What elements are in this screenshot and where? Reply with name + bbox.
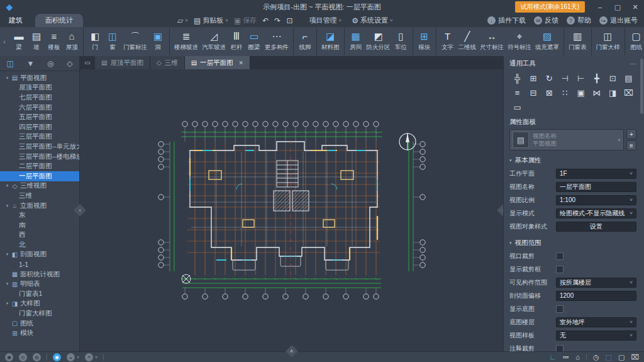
tab-area-statistics[interactable]: 面积统计 xyxy=(35,14,83,27)
tree-item-north[interactable]: 北 xyxy=(0,240,79,250)
caret-down-icon[interactable]: ▾ xyxy=(4,281,11,286)
coordinate-system-icon[interactable]: ∟ xyxy=(549,353,556,361)
tree-item-floor4-plan[interactable]: 四层平面图 xyxy=(0,122,79,132)
grid-snap-toggle-icon[interactable]: ◎ xyxy=(19,353,27,361)
beam-button[interactable]: ▬梁 xyxy=(10,29,28,52)
system-settings-menu[interactable]: ⚙ 系统设置 ˅ xyxy=(352,16,392,25)
material-map-button[interactable]: ◪材料图 xyxy=(319,29,341,52)
feedback-button[interactable]: ✉ 反馈 xyxy=(534,16,558,25)
tab-list-icon[interactable]: ▭ xyxy=(80,56,95,69)
tree-item-east[interactable]: 东 xyxy=(0,210,79,220)
view-name-input[interactable]: 一层平面图 xyxy=(556,182,636,192)
stair-ramp-button[interactable]: ≣楼梯坡道 xyxy=(172,29,200,52)
split-tool-icon[interactable]: ⊠ xyxy=(541,86,557,99)
level-list-icon[interactable]: ≔ xyxy=(562,353,569,361)
measure-tool-icon[interactable]: ▭ xyxy=(509,101,525,113)
railing-button[interactable]: Ⅲ栏杆 xyxy=(228,29,245,52)
tree-item-sheets[interactable]: ▢图纸 xyxy=(0,319,79,329)
tree-item-floor3-plan[interactable]: 三层平面图 xyxy=(0,132,79,142)
more-icon[interactable]: ⋯ xyxy=(630,60,636,68)
wall-button[interactable]: ▤墙 xyxy=(28,29,45,52)
trim-tool-icon[interactable]: ⊣ xyxy=(557,72,573,84)
type-selector-dropdown[interactable]: ▤ 视图名称 平面视图 ˅ xyxy=(509,129,624,150)
copy-to-floor-tool-icon[interactable]: ⊡ xyxy=(605,72,621,84)
tree-node-details[interactable]: ▾◨大样图 xyxy=(0,299,79,309)
caret-down-icon[interactable]: ▾ xyxy=(4,252,11,257)
tree-item-floor3-unit-enlarged[interactable]: 三层平面图--单元放大… xyxy=(0,142,79,152)
work-plane-select[interactable]: 1F˅ xyxy=(556,169,636,179)
visible-range-select[interactable]: 按所属楼层˅ xyxy=(556,278,636,288)
add-type-button[interactable]: + xyxy=(626,129,636,139)
room-button[interactable]: ▦房间 xyxy=(347,29,365,52)
osnap-toggle-icon[interactable]: ◉ xyxy=(5,353,13,361)
fill-mask-button[interactable]: ▨填充遮罩 xyxy=(533,29,561,52)
tree-item-floor7-plan[interactable]: 七层平面图 xyxy=(0,93,79,103)
tree-item-door-window-schedule1[interactable]: 门窗表1 xyxy=(0,289,79,299)
model-icon[interactable]: ◇ xyxy=(67,59,72,68)
display-options-icon[interactable]: ◒ xyxy=(67,353,75,361)
rotate-tool-icon[interactable]: ↻ xyxy=(541,72,557,84)
view-scale-select[interactable]: 1:100˅ xyxy=(556,195,636,205)
line-2d-button[interactable]: ╱二维线 xyxy=(457,29,479,52)
panel-scrollbar[interactable] xyxy=(640,59,643,114)
select-frame-button[interactable]: ⊡ xyxy=(286,16,292,25)
dimension-button[interactable]: ↔尺寸标注 xyxy=(478,29,506,52)
view-tab-roof-plan[interactable]: ▤ 屋顶平面图 xyxy=(95,56,150,69)
group-tool-icon[interactable]: ▣ xyxy=(573,86,589,99)
cut-plane-offset-input[interactable]: 1200 xyxy=(556,291,636,301)
tree-item-floor6-plan[interactable]: 六层平面图 xyxy=(0,103,79,113)
show-crop-box-checkbox[interactable] xyxy=(556,266,564,273)
ortho-toggle-icon[interactable]: ◍ xyxy=(33,353,41,361)
copy-tool-icon[interactable]: ⊞ xyxy=(525,72,541,84)
caret-down-icon[interactable]: ▾ xyxy=(4,301,11,306)
array-tool-icon[interactable]: ∷ xyxy=(557,86,573,99)
viewport-crop-checkbox[interactable] xyxy=(556,252,564,260)
window-button[interactable]: ◫窗 xyxy=(104,29,121,52)
symbol-tag-button[interactable]: ⌖符号标注 xyxy=(506,29,533,52)
views-panel-icon[interactable]: ◫ xyxy=(6,59,13,68)
caret-down-icon[interactable]: ▾ xyxy=(4,203,11,208)
tree-node-schedules[interactable]: ▾▥明细表 xyxy=(0,279,79,289)
visibility-options-icon[interactable]: ◓ xyxy=(85,353,93,361)
view-tab-3d[interactable]: ◇ 三维 xyxy=(150,56,185,69)
ribbon-scroll-left-icon[interactable]: ‹ xyxy=(1,28,8,55)
locate-icon[interactable]: ◎ xyxy=(47,59,53,68)
plugin-download-button[interactable]: ↓ 插件下载 xyxy=(487,16,526,25)
view-template-select[interactable]: 无˅ xyxy=(556,331,636,341)
chevron-down-icon[interactable]: ˅ xyxy=(77,355,79,359)
filter-selection-icon[interactable]: ▢ xyxy=(618,353,625,361)
trial-mode-badge[interactable]: 试用模式(剩余161天) xyxy=(515,1,585,13)
roof-button[interactable]: ⌂屋顶 xyxy=(63,29,80,52)
display-mode-select[interactable]: 绘图模式-不显示隐藏线˅ xyxy=(556,208,636,218)
project-management-menu[interactable]: 项目管理 ˅ xyxy=(309,16,341,25)
redo-button[interactable]: ↷ xyxy=(274,16,280,25)
view-range-section[interactable]: ▾ 视图范围 xyxy=(509,239,636,247)
type-menu-button[interactable]: ≡ xyxy=(626,140,636,150)
tree-item-area-statistics-view[interactable]: ▦面积统计视图 xyxy=(0,269,79,280)
tree-item-west[interactable]: 西 xyxy=(0,230,79,240)
open-button[interactable]: ▱ ˅ xyxy=(177,16,188,25)
caret-down-icon[interactable]: ▾ xyxy=(4,76,11,81)
annotation-crop-checkbox[interactable] xyxy=(556,345,564,352)
door-window-tag-button[interactable]: ⌒门窗标注 xyxy=(121,29,149,52)
tree-node-section-views[interactable]: ▾◧剖面视图 xyxy=(0,250,79,260)
offset-tool-icon[interactable]: ⊟ xyxy=(525,86,541,99)
tree-item-floor1-plan[interactable]: 一层平面图 xyxy=(0,171,79,181)
lighting-toggle-icon[interactable]: ◉ xyxy=(53,353,61,361)
fire-zone-button[interactable]: ◩防火分区 xyxy=(365,29,392,52)
help-button[interactable]: ? 帮助 xyxy=(567,16,591,25)
object-style-settings-button[interactable]: 设置 xyxy=(556,222,636,232)
save-button[interactable]: ▣ 保存 xyxy=(234,16,257,25)
filter-icon[interactable]: ▼ xyxy=(26,59,34,68)
parking-button[interactable]: ▯车位 xyxy=(392,29,410,52)
more-components-button[interactable]: ⋯更多构件 xyxy=(263,29,291,52)
maximize-button[interactable]: ▢ xyxy=(609,0,626,14)
stretch-tool-icon[interactable]: ╋ xyxy=(589,72,604,84)
chevron-down-icon[interactable]: ˅ xyxy=(95,355,97,359)
opening-button[interactable]: ▣洞 xyxy=(149,29,167,52)
replace-tool-icon[interactable]: ◨ xyxy=(605,86,621,99)
logout-button[interactable]: ↪ 退出账号 xyxy=(599,16,638,25)
minimize-button[interactable]: – xyxy=(591,0,609,14)
door-window-detail-button[interactable]: ◫门窗大样 xyxy=(594,29,622,52)
tree-node-3d-views[interactable]: ▾◇三维视图 xyxy=(0,181,79,191)
